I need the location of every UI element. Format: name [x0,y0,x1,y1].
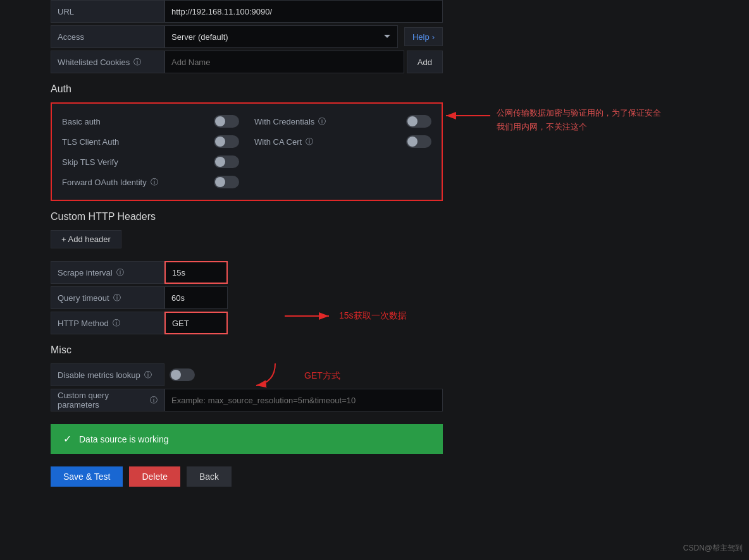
with-credentials-toggle[interactable] [406,115,431,128]
misc-title: Misc [51,344,443,356]
basic-auth-item: Basic auth [59,111,242,131]
add-header-button[interactable]: + Add header [51,230,121,248]
bottom-buttons: Save & Test Delete Back [51,466,443,487]
cookies-input[interactable] [164,51,404,73]
check-icon: ✓ [63,433,71,445]
with-ca-cert-toggle[interactable] [406,135,431,148]
auth-title: Auth [51,83,443,95]
http-method-select[interactable]: GET POST [164,312,228,334]
query-timeout-label: Query timeout ⓘ [51,286,164,309]
forward-oauth-info-icon: ⓘ [151,177,158,188]
skip-tls-label: Skip TLS Verify [62,157,118,167]
url-row: URL http://192.168.11.100:9090/ [51,0,443,23]
with-credentials-info-icon: ⓘ [318,116,326,127]
chevron-right-icon: › [432,32,435,42]
query-timeout-info-icon: ⓘ [113,293,121,303]
delete-button[interactable]: Delete [129,466,180,487]
url-value: http://192.168.11.100:9090/ [164,0,443,23]
scrape-interval-row: Scrape interval ⓘ [51,261,443,284]
custom-query-info-icon: ⓘ [150,395,158,406]
add-cookie-button[interactable]: Add [407,51,443,73]
url-label: URL [51,0,164,23]
skip-tls-item: Skip TLS Verify [59,152,242,172]
whitelisted-cookies-row: Whitelisted Cookies ⓘ Add [51,51,443,73]
with-ca-cert-info-icon: ⓘ [306,137,313,147]
success-text: Data source is working [79,434,169,444]
help-button[interactable]: Help › [404,27,443,46]
forward-oauth-label: Forward OAuth Identity ⓘ [62,177,158,188]
cookies-label: Whitelisted Cookies ⓘ [51,51,164,73]
http-method-annotation: GET方式 [250,360,340,392]
scrape-annotation: 15s获取一次数据 [285,307,407,326]
disable-metrics-row: Disable metrics lookup ⓘ [51,363,443,386]
custom-query-row: Custom query parameters ⓘ [51,389,443,411]
disable-metrics-toggle[interactable] [170,368,195,381]
query-timeout-input[interactable] [164,286,228,309]
scrape-annotation-text: 15s获取一次数据 [339,310,407,322]
auth-grid: Basic auth TLS Client Auth Skip TLS Veri… [59,111,434,192]
forward-oauth-item: Forward OAuth Identity ⓘ [59,172,242,192]
with-ca-cert-item: With CA Cert ⓘ [252,131,434,152]
auth-annotation: 公网传输数据加密与验证用的，为了保证安全我们用内网，不关注这个 [440,106,661,134]
custom-headers-title: Custom HTTP Headers [51,211,443,222]
disable-metrics-info-icon: ⓘ [144,370,152,380]
disable-metrics-label: Disable metrics lookup ⓘ [51,363,164,386]
scrape-interval-label: Scrape interval ⓘ [51,261,164,284]
back-button[interactable]: Back [187,466,232,487]
tls-client-auth-label: TLS Client Auth [62,137,119,147]
save-test-button[interactable]: Save & Test [51,466,123,487]
auth-arrow-icon [440,106,490,125]
access-row: Access Server (default) Browser Help › [51,25,443,48]
access-select[interactable]: Server (default) Browser [164,25,398,48]
basic-auth-label: Basic auth [62,117,101,126]
with-credentials-item: With Credentials ⓘ [252,111,434,131]
skip-tls-toggle[interactable] [214,155,239,168]
http-method-arrow-icon [250,360,300,392]
custom-query-label: Custom query parameters ⓘ [51,389,164,411]
http-method-info-icon: ⓘ [113,318,120,329]
access-label: Access [51,25,164,48]
with-credentials-label: With Credentials ⓘ [254,116,326,127]
auth-box: Basic auth TLS Client Auth Skip TLS Veri… [51,102,443,201]
watermark: CSDN@帮主驾到 [683,543,743,554]
auth-annotation-text: 公网传输数据加密与验证用的，为了保证安全我们用内网，不关注这个 [497,106,661,134]
success-banner: ✓ Data source is working [51,424,443,454]
scrape-interval-input[interactable] [164,261,228,284]
access-select-wrap: Server (default) Browser Help › [164,25,443,48]
auth-right-col: With Credentials ⓘ With CA Cert ⓘ [252,111,434,192]
http-method-annotation-text: GET方式 [304,370,340,382]
help-label: Help [412,32,430,42]
forward-oauth-toggle[interactable] [214,176,239,188]
scrape-interval-info-icon: ⓘ [116,267,124,278]
custom-query-input[interactable] [164,389,443,411]
tls-client-auth-toggle[interactable] [214,135,239,148]
tls-client-auth-item: TLS Client Auth [59,131,242,152]
cookies-info-icon: ⓘ [133,57,141,68]
auth-left-col: Basic auth TLS Client Auth Skip TLS Veri… [59,111,242,192]
scrape-arrow-icon [285,307,335,326]
query-timeout-row: Query timeout ⓘ [51,286,443,309]
http-method-label: HTTP Method ⓘ [51,312,164,334]
with-ca-cert-label: With CA Cert ⓘ [254,137,313,147]
basic-auth-toggle[interactable] [214,115,239,128]
